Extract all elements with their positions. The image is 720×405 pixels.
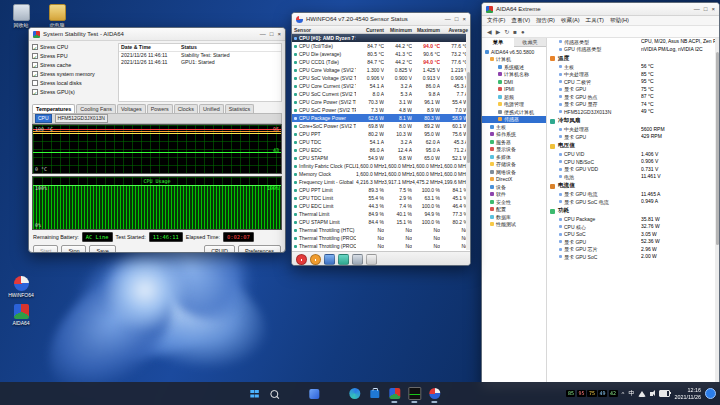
sensor-table-header[interactable]: SensorCurrentMinimumMaximumAverage — [292, 26, 470, 34]
sensor-row[interactable]: Thermal Throttling (PROCHOT EXT)NoNoNoNo — [292, 242, 470, 250]
menu-收藏-a[interactable]: 收藏(A) — [561, 17, 580, 25]
battery-icon[interactable] — [659, 390, 670, 397]
sensor-field-row[interactable]: 传感器类型CPU, M/20, Asus NB ACPI, Zen PM/Log… — [547, 38, 715, 46]
sensor-field-row[interactable]: 显卡 GPU SoC 电流0.949 A — [547, 198, 715, 206]
sensor-field-row[interactable]: CPU 核心32.76 W — [547, 223, 715, 231]
stop-button[interactable]: Stop — [61, 245, 86, 253]
panel-scrollbar[interactable] — [715, 38, 719, 388]
sensor-field-row[interactable]: 显卡 GPU 电流11.465 A — [547, 191, 715, 199]
desktop-icon-hwinfo[interactable]: HWiNFO64 — [6, 276, 36, 298]
maximize-icon[interactable]: □ — [704, 4, 708, 14]
sidebar-item-设备[interactable]: 设备 — [482, 183, 546, 191]
back-icon[interactable]: ◀ — [487, 28, 492, 35]
column-header-minimum[interactable]: Minimum — [384, 27, 412, 33]
menu-查看-v[interactable]: 查看(V) — [511, 17, 530, 25]
cpuid-button[interactable]: CPUID — [204, 245, 235, 253]
sidebar-item-数据库[interactable]: 数据库 — [482, 213, 546, 221]
taskbar-file-explorer-icon[interactable] — [326, 386, 342, 402]
sensor-row[interactable]: Core+SoC Power (SVI2 TFN)69.8 W8.0 W89.2… — [292, 122, 470, 130]
volume-icon[interactable] — [650, 392, 653, 396]
close-sensors-icon[interactable] — [366, 254, 377, 265]
stress-local-disks-checkbox[interactable]: Stress local disks — [32, 79, 118, 87]
sensor-row[interactable]: CPU STAPM54.9 W9.8 W65.0 W52.1 W — [292, 154, 470, 162]
sidebar-item-directx[interactable]: DirectX — [482, 176, 546, 184]
sensor-row[interactable]: CPU (Tctl/Tdie)84.7 °C44.2 °C94.0 °C77.6… — [292, 42, 470, 50]
sidebar-item-便携式计算机[interactable]: 便携式计算机 — [482, 108, 546, 116]
clock[interactable]: 12:16 2021/11/26 — [674, 387, 701, 400]
sensor-field-row[interactable]: 电池11.461 V — [547, 173, 715, 181]
taskbar-hwinfo-icon[interactable] — [426, 386, 442, 402]
sensor-row[interactable]: CPU STAPM Limit84.4 %15.1 %100.0 %80.2 % — [292, 218, 470, 226]
sidebar-item-网络设备[interactable]: 网络设备 — [482, 168, 546, 176]
sidebar-item-dmi[interactable]: DMI — [482, 78, 546, 86]
stress-gpu-s-checkbox[interactable]: ✓Stress GPU(s) — [32, 88, 118, 96]
taskbar-aida64-icon[interactable] — [386, 386, 402, 402]
tab-clocks[interactable]: Clocks — [174, 104, 198, 113]
stress-fpu-checkbox[interactable]: ✓Stress FPU — [32, 52, 118, 60]
stability-test-titlebar[interactable]: System Stability Test - AIDA64 — □ × — [29, 28, 285, 41]
column-header-current[interactable]: Current — [356, 27, 384, 33]
sidebar-item-显示设备[interactable]: 显示设备 — [482, 146, 546, 154]
sidebar-item-性能测试[interactable]: 性能测试 — [482, 221, 546, 229]
sidebar-item-存储设备[interactable]: 存储设备 — [482, 161, 546, 169]
tab-菜单[interactable]: 菜单 — [482, 38, 514, 47]
sidebar-item-传感器[interactable]: 传感器 — [482, 116, 546, 124]
sensor-row[interactable]: CPU EDC86.0 A12.4 A95.0 A71.2 A — [292, 146, 470, 154]
column-header-maximum[interactable]: Maximum — [412, 27, 440, 33]
checkbox-icon[interactable]: ✓ — [32, 44, 38, 50]
tab-voltages[interactable]: Voltages — [117, 104, 146, 113]
sidebar-item-服务器[interactable]: 服务器 — [482, 138, 546, 146]
sidebar-item-多媒体[interactable]: 多媒体 — [482, 153, 546, 161]
tab-statistics[interactable]: Statistics — [225, 104, 255, 113]
checkbox-icon[interactable] — [32, 80, 38, 86]
tree-root[interactable]: AIDA64 v6.50.5800 — [482, 48, 546, 56]
sensor-field-row[interactable]: GPU 传感器类型nVIDIA PM/Log, nVIDIA I2C — [547, 46, 715, 54]
minimize-icon[interactable]: — — [260, 29, 266, 39]
checkbox-icon[interactable]: ✓ — [32, 89, 38, 95]
tray-expand-icon[interactable]: ^ — [622, 391, 625, 397]
sensor-row[interactable]: CPU Core Current (SVI2 TFN)54.1 A3.2 A86… — [292, 82, 470, 90]
minimize-icon[interactable]: — — [445, 14, 451, 24]
taskbar-store-icon[interactable] — [366, 386, 382, 402]
sensor-row[interactable]: CPU SoC Power (SVI2 TFN)7.3 W4.8 W8.9 W7… — [292, 106, 470, 114]
sensor-field-row[interactable]: 显卡 GPU 芯片2.96 W — [547, 246, 715, 254]
tray-sensor-value[interactable]: 95 — [577, 390, 586, 397]
sensor-field-row[interactable]: 显卡 GPU VDD0.731 V — [547, 166, 715, 174]
close-icon[interactable]: × — [277, 29, 281, 39]
taskbar-edge-icon[interactable] — [346, 386, 362, 402]
sensor-row[interactable]: Thermal Limit84.9 %40.1 %94.9 %77.3 % — [292, 210, 470, 218]
sensor-group-header[interactable]: CPU [#0]: AMD Ryzen 7 5800H — [292, 34, 470, 42]
sensor-row[interactable]: Thermal Throttling (PROCHOT CPU)NoNoNoNo — [292, 234, 470, 242]
input-method-indicator[interactable]: 中 — [628, 389, 634, 398]
menu-工具-t[interactable]: 工具(T) — [586, 17, 604, 25]
stress-system-memory-checkbox[interactable]: ✓Stress system memory — [32, 70, 118, 78]
sensor-field-row[interactable]: 显卡 GPU 显存74 °C — [547, 101, 715, 109]
tray-sensor-value[interactable]: 85 — [566, 390, 575, 397]
menu-文件-f[interactable]: 文件(F) — [487, 17, 505, 25]
desktop-icon-aida64[interactable]: AIDA64 — [6, 304, 36, 326]
sensor-row[interactable]: CPU SoC Voltage (SVI2 TFN)0.906 V0.900 V… — [292, 74, 470, 82]
close-icon[interactable]: × — [711, 4, 715, 14]
screenshot-icon[interactable]: ● — [521, 29, 525, 35]
reset-values-icon[interactable] — [296, 254, 307, 265]
preferences-button[interactable]: Preferences — [238, 245, 281, 253]
sensor-row[interactable]: CPU Package Power62.6 W8.1 W80.3 W58.9 W — [292, 114, 470, 122]
tray-sensor-value[interactable]: 75 — [587, 390, 596, 397]
sensor-row[interactable]: Thermal Throttling (HTC)NoNoNoNo — [292, 226, 470, 234]
sensor-field-row[interactable]: 显卡 GPU429 RPM — [547, 133, 715, 141]
column-header-average[interactable]: Average — [440, 27, 468, 33]
graph-icon[interactable] — [324, 254, 335, 265]
sensor-field-row[interactable]: CPU Package35.81 W — [547, 216, 715, 224]
maximize-icon[interactable]: □ — [455, 14, 459, 24]
tab-temperatures[interactable]: Temperatures — [32, 104, 75, 113]
tab-powers[interactable]: Powers — [147, 104, 173, 113]
hwinfo-scrollbar[interactable] — [466, 33, 470, 250]
checkbox-icon[interactable]: ✓ — [32, 71, 38, 77]
taskbar-search-icon[interactable] — [266, 386, 282, 402]
sensor-row[interactable]: Memory Clock1,600.0 MHz1,600.0 MHz1,600.… — [292, 170, 470, 178]
sensor-field-row[interactable]: CPU NB/SoC0.906 V — [547, 158, 715, 166]
sensor-row[interactable]: CPU Core Voltage (SVI2 TFN)1.300 V0.825 … — [292, 66, 470, 74]
taskbar-task-view-icon[interactable] — [286, 386, 302, 402]
tab-收藏夹[interactable]: 收藏夹 — [514, 38, 546, 47]
settings-icon[interactable] — [352, 254, 363, 265]
